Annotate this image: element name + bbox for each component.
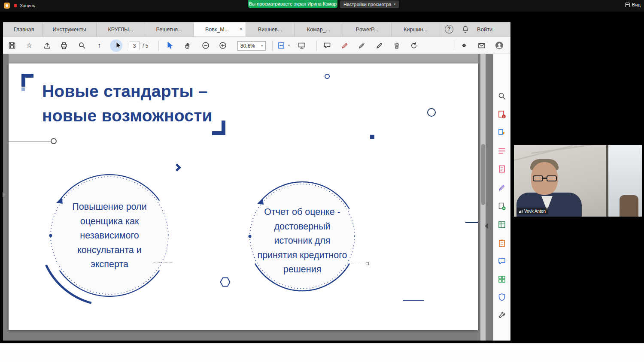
tab-label: Киршин... [404,27,428,33]
vertical-scrollbar[interactable] [480,54,486,341]
decoration-circle-outline-small [325,74,330,79]
participant-name-pill: Vovk Anton [516,208,548,214]
save-icon[interactable] [8,41,16,49]
recording-dot-icon [14,4,17,7]
window-frame [606,145,608,217]
tab-label: Вишнев... [258,27,282,33]
tab-label: КРУГЛЫ... [108,27,133,33]
meeting-shield-icon[interactable] [4,3,10,9]
document-viewport[interactable]: Новые стандарты – новые возможности [3,54,493,341]
tab-doc-2[interactable]: Решетня... [145,22,194,36]
tools-sidebar [493,54,510,341]
mouse-cursor [116,42,122,51]
tab-label: Решетня... [156,27,182,33]
decoration-small-square [21,87,25,91]
tab-label: Главная [14,27,34,33]
slide-title-line1: Новые стандарты – [42,79,213,103]
zoom-in-icon[interactable] [219,41,227,49]
chevron-down-icon: ▾ [394,0,395,8]
decoration-dotted-line [154,262,173,263]
sidebar-protect-icon[interactable] [498,293,506,303]
toolbar-separator [272,41,273,51]
mail-icon[interactable] [477,41,486,49]
zoom-topbar: Запись Вы просматриваете экран Ирина Ком… [0,0,644,12]
decoration-corner-bracket-2 [212,131,225,135]
sidebar-search-icon[interactable] [498,92,506,102]
tab-doc-active[interactable]: Вовк_М... × [194,22,246,36]
toolbar: ☆ ↑ ↓ 3 / 5 [3,36,510,54]
sidebar-export-pdf-icon[interactable] [498,110,506,121]
decoration-filled-square [370,135,374,139]
search-icon[interactable] [78,41,86,49]
sidebar-document-icon[interactable] [498,165,506,175]
link-icon[interactable] [460,41,468,49]
highlight-pencil-icon[interactable] [341,41,349,49]
view-settings-button[interactable]: Настройки просмотра ▾ [340,0,399,8]
sidebar-more-tools-icon[interactable] [498,311,506,321]
comment-icon[interactable] [323,41,331,49]
tab-doc-6[interactable]: Киршин... [392,22,440,36]
zoom-out-icon[interactable] [202,41,210,49]
decoration-right-dash [465,222,478,223]
sign-icon[interactable] [376,41,384,49]
tab-doc-5[interactable]: PowerP... [343,22,392,36]
tab-doc-3[interactable]: Вишнев... [246,22,295,36]
sidebar-fill-sign-icon[interactable] [498,183,506,193]
tab-tools[interactable]: Инструменты [43,22,97,36]
sidebar-edit-pdf-icon[interactable] [498,147,506,157]
sidebar-create-pdf-icon[interactable] [498,128,506,139]
trash-icon[interactable] [393,41,401,49]
presentation-mode-icon[interactable] [298,41,306,49]
collapse-panel-arrow-icon[interactable] [485,223,488,229]
page-total-label: / 5 [143,43,148,49]
decoration-handle-square [366,262,369,265]
tab-doc-4[interactable]: Комар_... [295,22,343,36]
view-label: Вид [632,2,641,7]
decoration-dotted-line [351,264,366,264]
tab-label: Инструменты [53,27,86,33]
sidebar-organize-pages-icon[interactable] [498,275,506,285]
chevron-down-icon: ▾ [261,44,263,48]
rotate-icon[interactable] [410,41,418,49]
bell-icon[interactable] [462,25,470,33]
sign-in-button[interactable]: Войти [477,22,492,36]
tab-label: Комар_... [307,27,330,33]
pen-sparkle-icon[interactable] [358,41,366,49]
sidebar-comment-icon[interactable] [498,257,506,267]
scrollbar-thumb[interactable] [481,144,485,205]
recording-label: Запись [20,3,35,8]
page-gap-strip [9,54,478,63]
left-panel-arrow-icon[interactable] [3,192,6,197]
sidebar-create-file-icon[interactable] [498,202,506,212]
participant-name: Vovk Anton [524,209,546,214]
help-icon[interactable]: ? [445,25,453,33]
left-circle-text: Повышение роли оценщика как независимого… [59,200,160,272]
right-circle-text: Отчет об оценке - достоверный источник д… [248,205,356,277]
star-icon[interactable]: ☆ [26,42,32,49]
view-button[interactable]: Вид [625,2,641,7]
hand-tool-icon[interactable] [184,41,192,49]
signal-icon [519,210,522,213]
page-number-input[interactable]: 3 [129,42,140,50]
sidebar-export-table-icon[interactable] [498,220,506,231]
sidebar-clipboard-icon[interactable] [498,239,506,249]
tab-home[interactable]: Главная [6,22,43,36]
zoom-level-select[interactable]: 80,6% ▾ [237,41,266,51]
toolbar-separator [158,41,159,51]
decoration-line-with-circle [9,141,51,142]
tab-doc-1[interactable]: КРУГЛЫ... [97,22,145,36]
pdf-page[interactable]: Новые стандарты – новые возможности [9,63,478,330]
print-icon[interactable] [60,41,68,49]
decoration-corner-bracket [21,74,25,87]
chevron-down-icon[interactable]: ▾ [288,44,290,47]
webcam-tile[interactable]: Vovk Anton [514,145,642,217]
zoom-bottombar: Звук ^ Начать видео ^ 67 Участники ^ 3 Ч… [0,343,644,362]
slide-title: Новые стандарты – новые возможности [42,79,213,128]
share-upload-icon[interactable] [43,41,52,49]
fit-width-icon[interactable] [277,41,286,49]
select-tool-icon[interactable] [167,42,174,49]
close-icon[interactable]: × [239,26,243,32]
slide-title-line2: новые возможности [42,103,213,128]
avatar-icon[interactable] [495,41,504,50]
previous-page-icon[interactable]: ↑ [97,42,101,49]
